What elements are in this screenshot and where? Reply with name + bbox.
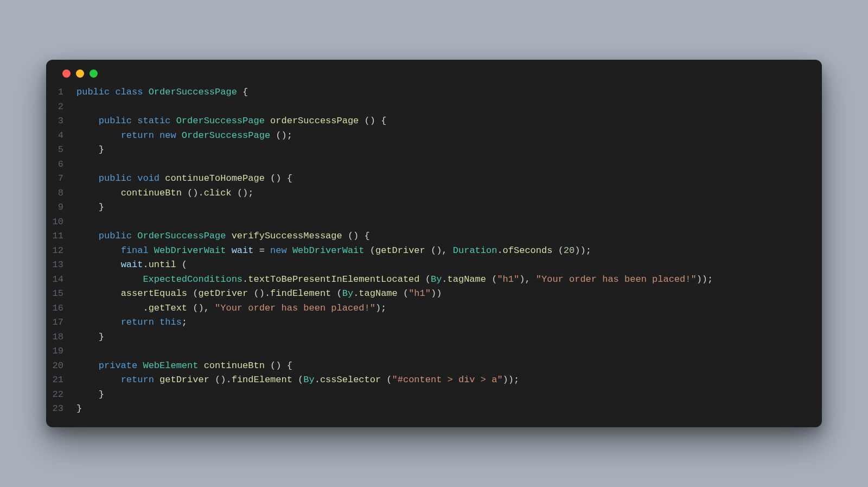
code-content[interactable]: return new OrderSuccessPage (); bbox=[76, 129, 822, 143]
code-line[interactable]: 9 } bbox=[46, 200, 822, 215]
line-number: 8 bbox=[46, 186, 76, 201]
line-number: 14 bbox=[46, 273, 76, 287]
code-line[interactable]: 14 ExpectedConditions.textToBePresentInE… bbox=[46, 273, 822, 287]
line-number: 21 bbox=[46, 373, 76, 388]
titlebar bbox=[46, 60, 822, 83]
code-content[interactable]: public void continueToHomePage () { bbox=[76, 172, 822, 186]
code-content[interactable]: return this; bbox=[76, 315, 822, 330]
line-number: 23 bbox=[46, 402, 76, 416]
line-number: 1 bbox=[46, 85, 76, 100]
line-number: 3 bbox=[46, 114, 76, 129]
code-line[interactable]: 16 .getText (), "Your order has been pla… bbox=[46, 301, 822, 316]
maximize-icon[interactable] bbox=[90, 69, 98, 78]
code-window: 1public class OrderSuccessPage {23 publi… bbox=[46, 60, 822, 427]
code-content[interactable]: } bbox=[76, 200, 822, 215]
code-content[interactable] bbox=[76, 215, 822, 230]
code-line[interactable]: 23} bbox=[46, 402, 822, 416]
code-content[interactable]: return getDriver ().findElement (By.cssS… bbox=[76, 373, 822, 388]
code-content[interactable]: public class OrderSuccessPage { bbox=[76, 85, 822, 100]
code-editor[interactable]: 1public class OrderSuccessPage {23 publi… bbox=[46, 83, 822, 416]
line-number: 10 bbox=[46, 215, 76, 230]
code-content[interactable]: continueBtn ().click (); bbox=[76, 186, 822, 201]
line-number: 19 bbox=[46, 344, 76, 359]
code-line[interactable]: 20 private WebElement continueBtn () { bbox=[46, 359, 822, 374]
code-line[interactable]: 7 public void continueToHomePage () { bbox=[46, 172, 822, 186]
code-content[interactable]: } bbox=[76, 330, 822, 345]
line-number: 11 bbox=[46, 229, 76, 244]
code-content[interactable]: private WebElement continueBtn () { bbox=[76, 359, 822, 374]
line-number: 18 bbox=[46, 330, 76, 345]
line-number: 2 bbox=[46, 100, 76, 115]
code-line[interactable]: 15 assertEquals (getDriver ().findElemen… bbox=[46, 287, 822, 301]
code-content[interactable]: wait.until ( bbox=[76, 258, 822, 273]
minimize-icon[interactable] bbox=[76, 69, 84, 78]
close-icon[interactable] bbox=[62, 69, 71, 78]
code-line[interactable]: 19 bbox=[46, 344, 822, 359]
code-line[interactable]: 21 return getDriver ().findElement (By.c… bbox=[46, 373, 822, 388]
line-number: 6 bbox=[46, 157, 76, 172]
line-number: 7 bbox=[46, 172, 76, 186]
code-line[interactable]: 18 } bbox=[46, 330, 822, 345]
code-content[interactable]: } bbox=[76, 143, 822, 157]
code-content[interactable]: assertEquals (getDriver ().findElement (… bbox=[76, 287, 822, 301]
code-line[interactable]: 1public class OrderSuccessPage { bbox=[46, 85, 822, 100]
code-line[interactable]: 3 public static OrderSuccessPage orderSu… bbox=[46, 114, 822, 129]
code-content[interactable]: } bbox=[76, 388, 822, 402]
code-content[interactable]: public OrderSuccessPage verifySuccessMes… bbox=[76, 229, 822, 244]
code-line[interactable]: 10 bbox=[46, 215, 822, 230]
line-number: 16 bbox=[46, 301, 76, 316]
code-line[interactable]: 12 final WebDriverWait wait = new WebDri… bbox=[46, 244, 822, 258]
code-content[interactable]: .getText (), "Your order has been placed… bbox=[76, 301, 822, 316]
code-content[interactable]: } bbox=[76, 402, 822, 416]
code-content[interactable]: public static OrderSuccessPage orderSucc… bbox=[76, 114, 822, 129]
line-number: 4 bbox=[46, 129, 76, 143]
line-number: 5 bbox=[46, 143, 76, 157]
line-number: 13 bbox=[46, 258, 76, 273]
line-number: 22 bbox=[46, 388, 76, 402]
code-content[interactable] bbox=[76, 344, 822, 359]
code-line[interactable]: 6 bbox=[46, 157, 822, 172]
line-number: 20 bbox=[46, 359, 76, 374]
line-number: 15 bbox=[46, 287, 76, 301]
line-number: 17 bbox=[46, 315, 76, 330]
code-line[interactable]: 11 public OrderSuccessPage verifySuccess… bbox=[46, 229, 822, 244]
code-line[interactable]: 5 } bbox=[46, 143, 822, 157]
code-line[interactable]: 2 bbox=[46, 100, 822, 115]
line-number: 12 bbox=[46, 244, 76, 258]
line-number: 9 bbox=[46, 200, 76, 215]
code-content[interactable]: ExpectedConditions.textToBePresentInElem… bbox=[76, 273, 822, 287]
code-line[interactable]: 4 return new OrderSuccessPage (); bbox=[46, 129, 822, 143]
code-line[interactable]: 8 continueBtn ().click (); bbox=[46, 186, 822, 201]
code-content[interactable] bbox=[76, 100, 822, 115]
code-content[interactable] bbox=[76, 157, 822, 172]
code-line[interactable]: 13 wait.until ( bbox=[46, 258, 822, 273]
code-line[interactable]: 22 } bbox=[46, 388, 822, 402]
code-line[interactable]: 17 return this; bbox=[46, 315, 822, 330]
code-content[interactable]: final WebDriverWait wait = new WebDriver… bbox=[76, 244, 822, 258]
